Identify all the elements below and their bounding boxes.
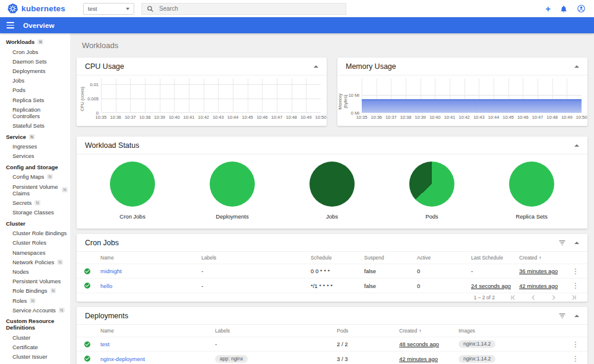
filter-icon[interactable] [558, 313, 566, 319]
sidebar-item-roles[interactable]: RolesN [0, 296, 70, 305]
gridline [189, 78, 189, 113]
sidebar-item-cluster-role-bindings[interactable]: Cluster Role Bindings [0, 229, 70, 238]
column-header-name[interactable]: Name [100, 255, 201, 261]
workload-pie-jobs: Jobs [309, 162, 355, 220]
table-row: hello-*/1 * * * *false024 seconds ago42 … [77, 278, 587, 293]
sidebar-item-services[interactable]: Services [0, 151, 70, 161]
column-header-last-schedule[interactable]: Last Schedule [471, 255, 519, 261]
search-bar[interactable] [141, 3, 346, 15]
x-tick-label: 10:43 [473, 115, 485, 120]
sidebar-item-label: Cluster Roles [12, 239, 46, 246]
sidebar-item-persistent-volumes[interactable]: Persistent Volumes [0, 277, 70, 286]
last-page-icon[interactable] [571, 295, 577, 300]
image-chip: nginx:1.14.2 [459, 340, 495, 348]
sidebar-item-service-accounts[interactable]: Service AccountsN [0, 305, 70, 315]
filter-icon[interactable] [558, 240, 566, 246]
sidebar-item-persistent-volume-claims[interactable]: Persistent Volume ClaimsN [0, 182, 70, 198]
sidebar-item-daemon-sets[interactable]: Daemon Sets [0, 56, 70, 66]
label-chip: app: nginx [215, 355, 248, 363]
column-header-images[interactable]: Images [459, 328, 571, 334]
next-page-icon[interactable] [551, 295, 557, 300]
sidebar-item-deployments[interactable]: Deployments [0, 66, 70, 75]
row-menu-icon[interactable]: ⋮ [571, 355, 580, 362]
cell-labels: app: nginx [215, 355, 337, 363]
kubernetes-logo[interactable]: kubernetes [7, 3, 65, 14]
main-content: Workloads CPU Usage CPU (cores) 0.01 0.0… [70, 33, 594, 364]
sidebar-item-certificate[interactable]: Certificate [0, 343, 70, 352]
sidebar-item-role-bindings[interactable]: Role BindingsN [0, 286, 70, 296]
create-resource-icon[interactable]: + [545, 4, 551, 13]
sidebar-group-custom-resource-definitions[interactable]: Custom Resource Definitions [0, 315, 70, 333]
sidebar-item-nodes[interactable]: Nodes [0, 267, 70, 276]
column-label: Name [100, 255, 114, 261]
sidebar-item-cron-jobs[interactable]: Cron Jobs [0, 47, 70, 56]
column-header-pods[interactable]: Pods [337, 328, 399, 334]
sidebar-item-label: Secrets [12, 200, 31, 206]
sidebar-item-cluster-roles[interactable]: Cluster Roles [0, 238, 70, 248]
sidebar-group-config-and-storage[interactable]: Config and Storage [0, 161, 70, 172]
sidebar-group-cluster[interactable]: Cluster [0, 217, 70, 229]
row-menu-icon[interactable]: ⋮ [571, 268, 580, 275]
sidebar-item-jobs[interactable]: Jobs [0, 76, 70, 86]
sidebar-item-secrets[interactable]: SecretsN [0, 198, 70, 207]
cell-pods: 3 / 3 [337, 356, 399, 362]
sidebar-group-service[interactable]: ServiceN [0, 131, 70, 142]
column-header-active[interactable]: Active [417, 255, 471, 261]
cell-created: 42 minutes ago [519, 283, 571, 289]
namespaced-badge: N [47, 174, 53, 179]
sidebar-item-pods[interactable]: Pods [0, 86, 70, 95]
collapse-icon[interactable] [574, 242, 579, 244]
first-page-icon[interactable] [510, 295, 516, 300]
namespace-select[interactable]: test [83, 3, 134, 15]
sidebar-item-config-maps[interactable]: Config MapsN [0, 172, 70, 182]
sidebar-item-cluster-issuer[interactable]: Cluster Issuer [0, 352, 70, 362]
x-tick-label: 10:35 [356, 115, 368, 120]
pie-label: Cron Jobs [119, 213, 145, 220]
column-header-labels[interactable]: Labels [215, 328, 337, 334]
sidebar-item-replica-sets[interactable]: Replica Sets [0, 95, 70, 105]
sidebar: WorkloadsNCron JobsDaemon SetsDeployment… [0, 33, 70, 364]
sidebar-group-label: Service [6, 134, 26, 140]
sidebar-item-storage-classes[interactable]: Storage Classes [0, 207, 70, 217]
row-menu-icon[interactable]: ⋮ [571, 341, 580, 348]
cell-suspend: false [364, 268, 417, 274]
cron-job-name-link[interactable]: hello [100, 283, 201, 289]
row-menu-icon[interactable]: ⋮ [571, 282, 580, 289]
column-header-schedule[interactable]: Schedule [311, 255, 364, 261]
workload-status-card: Workload Status Cron JobsDeploymentsJobs… [77, 137, 587, 229]
sidebar-item-namespaces[interactable]: Namespaces [0, 248, 70, 257]
column-header-suspend[interactable]: Suspend [364, 255, 417, 261]
collapse-icon[interactable] [574, 144, 579, 147]
sidebar-item-label: Nodes [12, 268, 29, 275]
notifications-bell-icon[interactable] [560, 5, 568, 13]
collapse-icon[interactable] [574, 315, 579, 317]
deployment-name-link[interactable]: test [100, 341, 215, 347]
sidebar-item-network-policies[interactable]: Network PoliciesN [0, 257, 70, 267]
x-tick-label: 10:37 [125, 115, 136, 120]
column-header-name[interactable]: Name [100, 328, 215, 334]
column-header-created[interactable]: Created↑ [519, 255, 571, 261]
pie-chart [409, 162, 454, 207]
account-icon[interactable] [577, 4, 586, 13]
column-header-created[interactable]: Created↑ [399, 328, 459, 334]
sidebar-item-label: Cron Jobs [12, 49, 38, 55]
gridline [101, 78, 102, 113]
sidebar-item-stateful-sets[interactable]: Stateful Sets [0, 121, 70, 130]
sidebar-group-workloads[interactable]: WorkloadsN [0, 36, 70, 47]
deployment-name-link[interactable]: nginx-deployment [100, 356, 215, 362]
search-icon [147, 5, 154, 12]
menu-icon[interactable] [7, 22, 14, 28]
cron-job-name-link[interactable]: midnight [100, 268, 201, 274]
previous-page-icon[interactable] [530, 295, 536, 300]
sidebar-item-ingresses[interactable]: Ingresses [0, 142, 70, 151]
collapse-icon[interactable] [314, 65, 318, 68]
memory-usage-plot [362, 78, 582, 113]
sidebar-item-replication-controllers[interactable]: Replication Controllers [0, 105, 70, 121]
sidebar-item-cluster[interactable]: Cluster [0, 333, 70, 342]
top-bar-actions: + [545, 4, 588, 13]
cell-active: 0 [417, 268, 471, 274]
search-input[interactable] [159, 5, 341, 12]
column-header-labels[interactable]: Labels [201, 255, 311, 261]
x-tick-label: 10:38 [400, 115, 412, 120]
collapse-icon[interactable] [574, 65, 579, 68]
